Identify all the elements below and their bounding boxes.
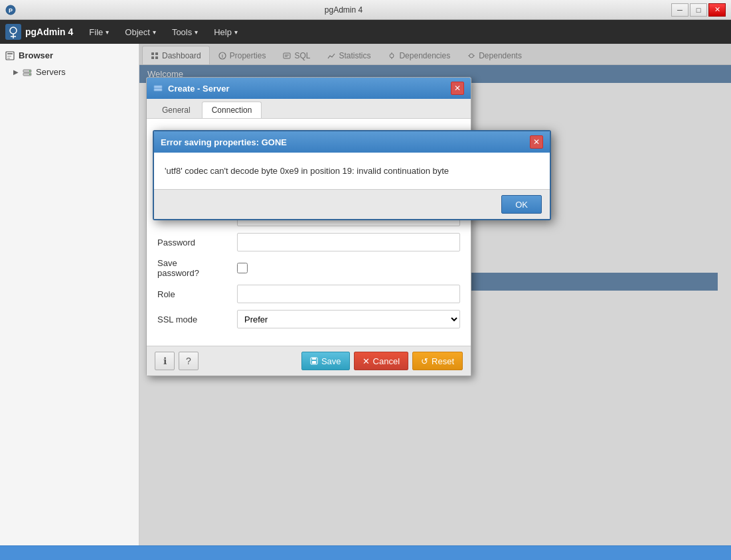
dialog-footer: ℹ ? Save ✕	[147, 346, 471, 376]
error-close-button[interactable]: ✕	[530, 135, 543, 149]
dialog-close-button[interactable]: ✕	[451, 82, 464, 95]
svg-rect-7	[7, 53, 13, 54]
browser-icon	[5, 51, 15, 60]
save-button[interactable]: Save	[301, 352, 350, 370]
svg-text:P: P	[9, 7, 13, 14]
app-name-label: pgAdmin 4	[25, 27, 73, 37]
password-label: Password	[157, 238, 230, 247]
menu-bar: pgAdmin 4 File ▾ Object ▾ Tools ▾ Help ▾	[0, 20, 731, 44]
reset-button[interactable]: ↺ Reset	[412, 352, 463, 370]
save-password-checkbox[interactable]	[237, 263, 248, 273]
svg-point-12	[29, 70, 31, 72]
minimize-button[interactable]: ─	[671, 3, 689, 17]
svg-rect-32	[312, 361, 316, 364]
save-icon	[310, 357, 318, 365]
dialog-titlebar: Create - Server ✕	[147, 78, 471, 99]
servers-label: Servers	[36, 67, 66, 77]
servers-expand-icon: ▶	[13, 68, 19, 76]
error-footer: OK	[154, 190, 550, 219]
footer-right-buttons: Save ✕ Cancel ↺ Reset	[301, 352, 463, 370]
sidebar: Browser ▶ Servers	[0, 44, 139, 545]
title-bar: P pgAdmin 4 ─ □ ✕	[0, 0, 731, 20]
menu-tools[interactable]: Tools ▾	[165, 25, 204, 40]
error-body: 'utf8' codec can't decode byte 0xe9 in p…	[154, 153, 550, 190]
ok-button[interactable]: OK	[501, 195, 542, 214]
form-row-password: Password	[157, 233, 460, 251]
svg-rect-9	[7, 58, 10, 59]
footer-left-buttons: ℹ ?	[155, 352, 199, 370]
help-menu-arrow: ▾	[234, 29, 238, 36]
password-input[interactable]	[237, 233, 460, 251]
create-server-dialog: Create - Server ✕ General Connection Hos…	[146, 77, 471, 376]
object-menu-arrow: ▾	[153, 29, 156, 36]
browser-header: Browser	[3, 46, 136, 64]
svg-rect-8	[7, 56, 11, 57]
role-input[interactable]	[237, 285, 460, 303]
maximize-button[interactable]: □	[690, 3, 707, 17]
browser-label: Browser	[19, 50, 53, 60]
dialog-title: Create - Server	[153, 84, 230, 94]
dialog-tabs: General Connection	[147, 99, 471, 119]
ssl-mode-select[interactable]: Allow Prefer Require Disable Verify-CA V…	[237, 310, 460, 328]
error-dialog-titlebar: Error saving properties: GONE ✕	[154, 131, 550, 153]
menu-object[interactable]: Object ▾	[118, 25, 163, 40]
reset-icon: ↺	[421, 356, 428, 366]
save-password-label: Savepassword?	[157, 258, 230, 278]
file-menu-arrow: ▾	[106, 29, 109, 36]
cancel-icon: ✕	[363, 356, 370, 366]
content-area: Browser ▶ Servers	[0, 44, 731, 545]
help-button[interactable]: ?	[179, 352, 199, 370]
app-logo-menu: pgAdmin 4	[5, 24, 73, 40]
cancel-button[interactable]: ✕ Cancel	[354, 352, 408, 370]
error-title: Error saving properties: GONE	[161, 137, 287, 147]
app-container: pgAdmin 4 File ▾ Object ▾ Tools ▾ Help ▾	[0, 20, 731, 560]
dialog-tab-general[interactable]: General	[152, 102, 201, 118]
window-controls: ─ □ ✕	[671, 3, 726, 17]
svg-rect-33	[312, 358, 316, 360]
title-bar-logo: P	[5, 5, 16, 15]
app-logo-icon: P	[5, 5, 16, 15]
svg-rect-29	[154, 86, 162, 88]
form-row-ssl-mode: SSL mode Allow Prefer Require Disable Ve…	[157, 310, 460, 328]
svg-point-13	[29, 74, 31, 75]
form-row-role: Role	[157, 285, 460, 303]
server-icon	[23, 68, 32, 77]
error-dialog: Error saving properties: GONE ✕ 'utf8' c…	[153, 130, 551, 220]
pgadmin-logo-icon	[5, 24, 21, 40]
window-title: pgAdmin 4	[16, 5, 671, 15]
svg-rect-30	[154, 89, 162, 92]
dialog-tab-connection[interactable]: Connection	[202, 102, 262, 118]
status-bar	[0, 545, 731, 560]
error-message: 'utf8' codec can't decode byte 0xe9 in p…	[165, 166, 449, 176]
ssl-mode-label: SSL mode	[157, 315, 230, 324]
sidebar-item-servers[interactable]: ▶ Servers	[3, 64, 136, 80]
tools-menu-arrow: ▾	[195, 29, 198, 36]
form-row-save-password: Savepassword?	[157, 258, 460, 278]
menu-file[interactable]: File ▾	[82, 25, 116, 40]
main-panel: Dashboard i Properties SQL	[139, 44, 731, 545]
menu-help[interactable]: Help ▾	[207, 25, 244, 40]
info-button[interactable]: ℹ	[155, 352, 175, 370]
role-label: Role	[157, 289, 230, 299]
dialog-server-icon	[153, 84, 163, 93]
window-close-button[interactable]: ✕	[708, 3, 726, 17]
